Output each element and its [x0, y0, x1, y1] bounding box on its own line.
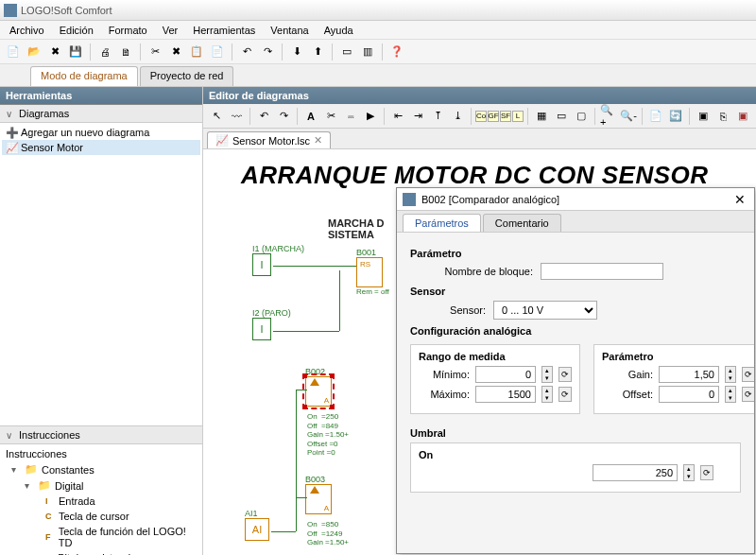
b003-box[interactable]: A [305, 484, 332, 514]
diagrams-subheader[interactable]: ∨ Diagramas [0, 105, 202, 123]
spin-up-icon[interactable]: ▴ [684, 465, 694, 473]
dialog-close-button[interactable]: ✕ [731, 191, 748, 208]
block-i1[interactable]: I1 (MARCHA) I [252, 244, 304, 276]
on-input[interactable] [593, 464, 678, 481]
instructions-root[interactable]: Instrucciones [2, 446, 200, 461]
text-tool[interactable]: A [301, 107, 320, 126]
add-diagram-row[interactable]: ➕ Agregar un nuevo diagrama [2, 125, 200, 140]
menu-herramientas[interactable]: Herramientas [187, 23, 261, 38]
new-button[interactable]: 📄 [4, 43, 23, 61]
spin-down-icon[interactable]: ▾ [726, 374, 735, 382]
upload-button[interactable]: ⬆ [308, 43, 327, 61]
offset-spinner[interactable]: ▴▾ [725, 386, 736, 403]
cut-button[interactable]: ✂ [146, 43, 164, 61]
gain-reset-button[interactable]: ⟳ [742, 367, 754, 382]
dialog-titlebar[interactable]: B002 [Comparador analógico] ✕ [397, 188, 754, 211]
tab-modo-diagrama[interactable]: Modo de diagrama [30, 66, 138, 86]
gain-spinner[interactable]: ▴▾ [725, 366, 736, 383]
collapse-icon[interactable]: ∨ [6, 430, 15, 441]
instr-entrada[interactable]: I Entrada [2, 494, 200, 509]
on-spinner[interactable]: ▴▾ [683, 464, 695, 481]
copy-button[interactable]: 📋 [187, 43, 206, 61]
undo-tool[interactable]: ↶ [254, 107, 273, 126]
tab-parametros[interactable]: Parámetros [403, 214, 481, 232]
expand-icon[interactable]: ▾ [11, 464, 21, 475]
block-b002[interactable]: B002 A [305, 367, 332, 407]
spin-down-icon[interactable]: ▾ [684, 473, 694, 480]
b002-box[interactable]: A [305, 376, 332, 407]
sensor-select[interactable]: 0 ... 10 V [493, 301, 597, 320]
align-bottom-tool[interactable]: ⤓ [448, 107, 467, 126]
spin-down-icon[interactable]: ▾ [542, 394, 552, 402]
maximo-input[interactable] [475, 386, 536, 403]
window-tool[interactable]: ▢ [572, 107, 591, 126]
grid-tool[interactable]: ▦ [532, 107, 551, 126]
preview-button[interactable]: 🗎 [116, 43, 135, 61]
expand-icon[interactable]: ▾ [25, 480, 34, 491]
instr-tecla-cursor[interactable]: C Tecla de cursor [2, 509, 200, 524]
instr-bit-registro[interactable]: S Bit de registro de desplazamiento [2, 550, 200, 555]
close-button[interactable]: ✖ [45, 43, 64, 61]
menu-ayuda[interactable]: Ayuda [318, 23, 359, 38]
badge-gf[interactable]: GF [488, 111, 499, 122]
zoom-in-tool[interactable]: 🔍+ [599, 107, 618, 126]
open-button[interactable]: 📂 [25, 43, 43, 61]
resize-handle[interactable] [330, 405, 335, 409]
spin-up-icon[interactable]: ▴ [542, 387, 552, 394]
tab-comentario[interactable]: Comentario [483, 214, 561, 232]
sim-tool[interactable]: ▣ [733, 107, 752, 126]
spin-up-icon[interactable]: ▴ [726, 387, 735, 394]
minimo-reset-button[interactable]: ⟳ [558, 367, 572, 382]
spin-up-icon[interactable]: ▴ [542, 367, 552, 374]
diagram-sensor-motor[interactable]: 📈 Sensor Motor [2, 140, 200, 155]
menu-ventana[interactable]: Ventana [265, 23, 314, 38]
help-button[interactable]: ❓ [387, 43, 406, 61]
align-left-tool[interactable]: ⇤ [388, 107, 407, 126]
paste-button[interactable]: 📄 [208, 43, 227, 61]
spin-up-icon[interactable]: ▴ [726, 367, 735, 374]
maximo-spinner[interactable]: ▴▾ [541, 386, 553, 403]
tab-proyecto-red[interactable]: Proyecto de red [140, 66, 234, 86]
close-tab-icon[interactable]: ✕ [314, 134, 322, 147]
instructions-subheader[interactable]: ∨ Instrucciones [0, 426, 202, 444]
on-reset-button[interactable]: ⟳ [700, 465, 713, 480]
redo-button[interactable]: ↷ [258, 43, 277, 61]
b001-box[interactable]: RS [356, 257, 383, 287]
save-button[interactable]: 💾 [66, 43, 85, 61]
ai1-box[interactable]: AI [245, 518, 269, 541]
align-right-tool[interactable]: ⇥ [408, 107, 427, 126]
resize-handle[interactable] [302, 405, 307, 409]
download-button[interactable]: ⬇ [287, 43, 306, 61]
block-b003[interactable]: B003 A [305, 475, 332, 514]
align-top-tool[interactable]: ⤒ [428, 107, 447, 126]
cut-tool[interactable]: ✂ [321, 107, 340, 126]
properties-dialog[interactable]: B002 [Comparador analógico] ✕ Parámetros… [396, 187, 755, 554]
offset-input[interactable] [659, 386, 719, 403]
gain-input[interactable] [659, 366, 719, 383]
i2-box[interactable]: I [252, 318, 271, 340]
maximo-reset-button[interactable]: ⟳ [558, 387, 572, 402]
spin-down-icon[interactable]: ▾ [726, 394, 735, 402]
minimo-spinner[interactable]: ▴▾ [541, 366, 553, 383]
layout-button[interactable]: ▥ [358, 43, 377, 61]
instr-tecla-funcion[interactable]: F Tecla de función del LOGO! TD [2, 524, 200, 550]
menu-archivo[interactable]: Archivo [4, 23, 50, 38]
convert-tool[interactable]: 🔄 [666, 107, 685, 126]
page-tool[interactable]: 📄 [646, 107, 665, 126]
collapse-icon[interactable]: ∨ [6, 109, 15, 119]
blockname-input[interactable] [541, 263, 663, 280]
menu-edicion[interactable]: Edición [54, 23, 99, 38]
select-tool[interactable]: ▣ [694, 107, 713, 126]
badge-sf[interactable]: SF [500, 111, 511, 122]
print-button[interactable]: 🖨 [95, 43, 114, 61]
connect-tool[interactable]: 〰 [227, 107, 246, 126]
block-ai1[interactable]: AI1 AI [245, 509, 269, 541]
ref-tool[interactable]: ⎘ [713, 107, 732, 126]
minimo-input[interactable] [475, 366, 536, 383]
wire-tool[interactable]: ⎓ [341, 107, 360, 126]
menu-ver[interactable]: Ver [157, 23, 184, 38]
frame-tool[interactable]: ▭ [552, 107, 571, 126]
block-i2[interactable]: I2 (PARO) I [252, 308, 291, 340]
pointer-tool[interactable]: ↖ [207, 107, 226, 126]
resize-handle[interactable] [330, 373, 335, 378]
